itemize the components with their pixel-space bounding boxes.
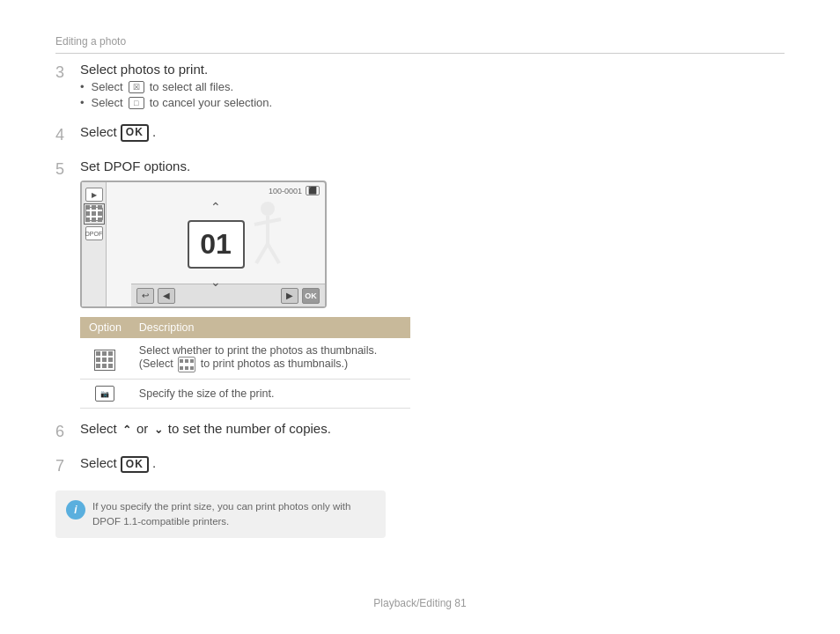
step-7-title: Select OK .	[80, 455, 785, 473]
arrow-up-icon[interactable]: ⌃	[210, 200, 221, 214]
ok-badge-4: OK	[121, 124, 149, 142]
step-6: 6 Select ⌃ or ⌄ to set the number of cop…	[55, 421, 785, 443]
step-3-title: Select photos to print.	[80, 62, 785, 77]
step-5-number: 5	[55, 158, 71, 181]
camera-screen: ▶ DPOF 100-0001 ⬛	[80, 181, 327, 308]
toolbar-play-icon: ▶	[85, 188, 103, 202]
camera-toolbar: ▶ DPOF	[82, 182, 107, 306]
step-5: 5 Set DPOF options. ▶ DPOF	[55, 158, 785, 409]
footer-text: Playback/Editing 81	[373, 597, 466, 609]
breadcrumb: Editing a photo	[55, 35, 126, 48]
table-row-thumbnail: Select whether to print the photos as th…	[80, 338, 410, 380]
printsize-description: Specify the size of the print.	[130, 380, 410, 409]
arrow-up-char: ⌃	[122, 424, 131, 436]
main-content: 3 Select photos to print. Select ☒ to se…	[55, 62, 785, 538]
step-6-number: 6	[55, 421, 71, 443]
step-3: 3 Select photos to print. Select ☒ to se…	[55, 62, 785, 112]
camera-figure	[246, 200, 290, 273]
toolbar-grid-icon	[85, 207, 103, 221]
svg-point-0	[261, 202, 275, 216]
svg-line-3	[256, 244, 268, 263]
options-table: Option Description	[80, 317, 410, 409]
step-4-content: Select OK .	[80, 124, 785, 145]
step-3-number: 3	[55, 62, 71, 84]
number-display: 01	[188, 220, 245, 269]
table-row-printsize: 📷 Specify the size of the print.	[80, 380, 410, 409]
step-5-title: Set DPOF options.	[80, 158, 785, 173]
page-header: Editing a photo	[55, 33, 785, 54]
camera-bottom-bar: ↩ ◀ ▶ OK	[131, 284, 325, 306]
thumbnail-option-icon	[80, 338, 130, 380]
note-box: i If you specify the print size, you can…	[55, 490, 386, 539]
step-7: 7 Select OK .	[55, 455, 785, 477]
printsize-option-icon: 📷	[80, 380, 130, 409]
bullet-cancel: Select □ to cancel your selection.	[80, 96, 785, 109]
ok-btn[interactable]: OK	[302, 288, 320, 304]
person-svg	[246, 200, 290, 270]
step-4: 4 Select OK .	[55, 124, 785, 146]
grid-option-icon	[94, 350, 115, 371]
toolbar-dpof-icon: DPOF	[85, 226, 103, 240]
col-option: Option	[80, 317, 130, 338]
step-5-content: Set DPOF options. ▶ DPOF	[80, 158, 785, 409]
step-6-content: Select ⌃ or ⌄ to set the number of copie…	[80, 421, 785, 439]
svg-line-4	[268, 244, 279, 263]
thumbnail-icon-inline	[178, 357, 195, 372]
arrow-down-icon[interactable]: ⌄	[210, 275, 221, 289]
step-4-title: Select OK .	[80, 124, 785, 142]
step-4-number: 4	[55, 124, 71, 146]
next-btn[interactable]: ▶	[281, 288, 298, 304]
thumbnail-description: Select whether to print the photos as th…	[130, 338, 410, 380]
camera-main-area: 100-0001 ⬛ ⌃	[107, 182, 325, 306]
step-7-content: Select OK .	[80, 455, 785, 476]
print-icon: 📷	[95, 386, 114, 402]
page-footer: Playback/Editing 81	[55, 597, 785, 609]
step-7-number: 7	[55, 455, 71, 477]
col-description: Description	[130, 317, 410, 338]
ok-badge-7: OK	[121, 456, 149, 474]
note-text: If you specify the print size, you can p…	[92, 499, 375, 530]
number-value: 01	[200, 228, 232, 261]
step-3-content: Select photos to print. Select ☒ to sele…	[80, 62, 785, 112]
cancel-select-icon: □	[129, 97, 144, 109]
step-3-bullets: Select ☒ to select all files. Select □ t…	[80, 80, 785, 109]
arrow-down-char: ⌄	[154, 424, 163, 436]
camera-topbar: 100-0001 ⬛	[269, 186, 320, 195]
note-info-icon: i	[66, 500, 85, 520]
select-all-icon: ☒	[129, 81, 144, 93]
bullet-select-all: Select ☒ to select all files.	[80, 80, 785, 93]
back-btn[interactable]: ↩	[136, 288, 154, 304]
step-6-title: Select ⌃ or ⌄ to set the number of copie…	[80, 421, 785, 436]
prev-btn[interactable]: ◀	[158, 288, 175, 304]
grid-icon	[84, 203, 105, 225]
